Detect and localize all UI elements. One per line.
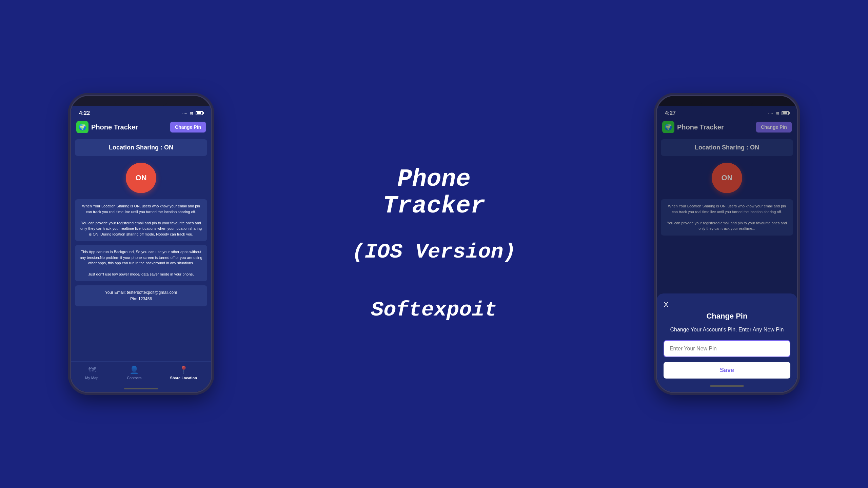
logo-icon-left: 🌍 <box>76 121 88 133</box>
nav-share-label-left: Share Location <box>170 376 197 380</box>
modal-save-button[interactable]: Save <box>664 362 790 379</box>
on-button-left[interactable]: ON <box>126 163 156 193</box>
nav-map-icon-left: 🗺 <box>88 366 96 374</box>
phone-right: 4:27 ···· ≋ 🌍 Phone Tracker Change Pin L… <box>656 95 798 393</box>
location-status-text-left: Location Sharing : ON <box>109 144 173 151</box>
info-box1-left: When Your Location Sharing is ON, users … <box>75 199 207 241</box>
app-logo-left: 🌍 Phone Tracker <box>76 121 138 133</box>
change-pin-button-left[interactable]: Change Pin <box>170 122 206 133</box>
modal-title: Change Pin <box>664 312 790 321</box>
signal-icon-left: ···· <box>182 111 188 115</box>
info-text2-left: This App can run in Background, So you c… <box>80 249 202 277</box>
nav-map-label-left: My Map <box>85 376 98 380</box>
time-left: 4:22 <box>79 110 90 116</box>
home-indicator-right <box>710 385 744 387</box>
center-ios-label: (IOS Version) <box>352 240 516 264</box>
modal-close-button[interactable]: X <box>664 300 669 309</box>
status-bar-left: 4:22 ···· ≋ <box>71 106 211 118</box>
app-header-left: 🌍 Phone Tracker Change Pin <box>71 118 211 137</box>
center-branding: Phone Tracker (IOS Version) Softexpoit <box>352 166 516 322</box>
center-title: Phone Tracker <box>383 166 485 220</box>
email-text-left: Your Email: testersoftexpoit@gmail.com P… <box>80 289 202 302</box>
nav-contacts-left[interactable]: 👤 Contacts <box>121 364 147 381</box>
nav-contacts-icon-left: 👤 <box>130 366 139 374</box>
info-text1-left: When Your Location Sharing is ON, users … <box>80 203 202 237</box>
center-brand-label: Softexpoit <box>371 298 497 322</box>
status-icons-left: ···· ≋ <box>182 110 203 116</box>
wifi-icon-left: ≋ <box>190 110 194 116</box>
email-value-left: Your Email: testersoftexpoit@gmail.com <box>105 290 177 295</box>
nav-share-icon-left: 📍 <box>179 366 188 374</box>
new-pin-input[interactable] <box>664 340 790 357</box>
phone-left: 4:22 ···· ≋ 🌍 Phone Tracker Change Pin L… <box>70 95 212 393</box>
pin-value-left: Pin: 123456 <box>130 297 152 301</box>
info-box2-left: This App can run in Background, So you c… <box>75 245 207 281</box>
battery-icon-left <box>196 111 203 115</box>
nav-my-map-left[interactable]: 🗺 My Map <box>80 364 104 381</box>
change-pin-modal: X Change Pin Change Your Account's Pin. … <box>657 293 797 392</box>
location-status-left: Location Sharing : ON <box>75 139 207 156</box>
bottom-nav-left: 🗺 My Map 👤 Contacts 📍 Share Location <box>71 361 211 387</box>
notch-left <box>114 96 168 106</box>
email-box-left: Your Email: testersoftexpoit@gmail.com P… <box>75 285 207 306</box>
on-button-container-left: ON <box>71 163 211 193</box>
nav-share-location-left[interactable]: 📍 Share Location <box>165 364 202 381</box>
app-title-left: Phone Tracker <box>91 123 138 131</box>
modal-subtitle: Change Your Account's Pin. Enter Any New… <box>664 326 790 333</box>
home-indicator-left <box>124 388 158 389</box>
nav-contacts-label-left: Contacts <box>127 376 141 380</box>
